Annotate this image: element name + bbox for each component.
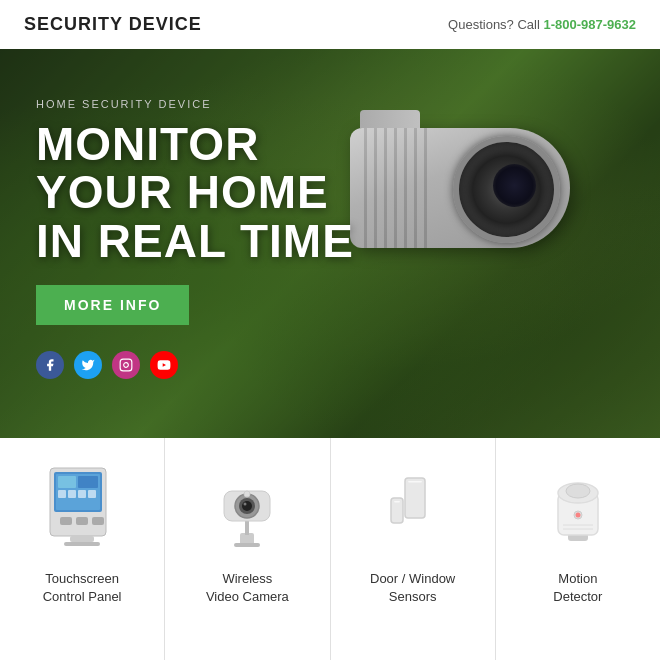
svg-point-25	[244, 491, 250, 497]
svg-rect-28	[408, 481, 422, 483]
header: SECURITY DEVICE Questions? Call 1-800-98…	[0, 0, 660, 49]
svg-rect-7	[78, 476, 98, 488]
door-window-svg	[383, 463, 443, 553]
hero-section: HOME SECURITY DEVICE MONITOR YOUR HOME I…	[0, 48, 660, 438]
contact-info: Questions? Call 1-800-987-9632	[448, 17, 636, 32]
svg-rect-16	[64, 542, 100, 546]
touchscreen-icon-area	[37, 458, 127, 558]
touchscreen-svg	[42, 463, 122, 553]
hero-eyebrow: HOME SECURITY DEVICE	[36, 98, 354, 110]
hero-content: HOME SECURITY DEVICE MONITOR YOUR HOME I…	[36, 98, 354, 379]
svg-rect-6	[58, 476, 76, 488]
door-window-label: Door / WindowSensors	[370, 570, 455, 606]
product-card-motion-detector[interactable]: MotionDetector	[496, 438, 660, 660]
more-info-button[interactable]: MORE INFO	[36, 285, 189, 325]
svg-rect-0	[120, 359, 132, 371]
svg-rect-29	[394, 501, 400, 503]
hero-title: MONITOR YOUR HOME IN REAL TIME	[36, 120, 354, 265]
svg-rect-11	[88, 490, 96, 498]
svg-rect-15	[70, 536, 94, 542]
svg-point-33	[566, 484, 590, 498]
motion-detector-svg	[543, 463, 613, 553]
svg-rect-18	[234, 543, 260, 547]
twitter-icon[interactable]	[74, 351, 102, 379]
motion-detector-label: MotionDetector	[553, 570, 602, 606]
touchscreen-label: TouchscreenControl Panel	[43, 570, 122, 606]
camera-body	[350, 128, 570, 248]
svg-rect-14	[92, 517, 104, 525]
facebook-icon[interactable]	[36, 351, 64, 379]
camera-ribs	[350, 128, 460, 248]
svg-point-24	[244, 503, 247, 506]
camera-illustration	[320, 68, 600, 388]
product-card-wireless-camera[interactable]: WirelessVideo Camera	[165, 438, 330, 660]
svg-point-23	[242, 501, 252, 511]
contact-text: Questions? Call	[448, 17, 543, 32]
svg-rect-12	[60, 517, 72, 525]
svg-point-35	[575, 513, 580, 518]
product-card-touchscreen[interactable]: TouchscreenControl Panel	[0, 438, 165, 660]
social-icons-group	[36, 351, 354, 379]
hero-background: HOME SECURITY DEVICE MONITOR YOUR HOME I…	[0, 48, 660, 438]
site-logo: SECURITY DEVICE	[24, 14, 202, 35]
svg-rect-10	[78, 490, 86, 498]
instagram-icon[interactable]	[112, 351, 140, 379]
motion-detector-icon-area	[533, 458, 623, 558]
wireless-camera-svg	[212, 463, 282, 553]
camera-lens	[493, 164, 536, 207]
svg-rect-9	[68, 490, 76, 498]
svg-rect-8	[58, 490, 66, 498]
phone-number[interactable]: 1-800-987-9632	[543, 17, 636, 32]
hero-title-line1: MONITOR	[36, 118, 259, 170]
hero-title-line2: YOUR HOME	[36, 166, 329, 218]
door-window-icon-area	[368, 458, 458, 558]
products-section: TouchscreenControl Panel WirelessVid	[0, 438, 660, 660]
svg-rect-13	[76, 517, 88, 525]
hero-title-line3: IN REAL TIME	[36, 215, 354, 267]
wireless-camera-icon-area	[202, 458, 292, 558]
wireless-camera-label: WirelessVideo Camera	[206, 570, 289, 606]
svg-rect-26	[405, 478, 425, 518]
youtube-icon[interactable]	[150, 351, 178, 379]
product-card-door-window[interactable]: Door / WindowSensors	[331, 438, 496, 660]
